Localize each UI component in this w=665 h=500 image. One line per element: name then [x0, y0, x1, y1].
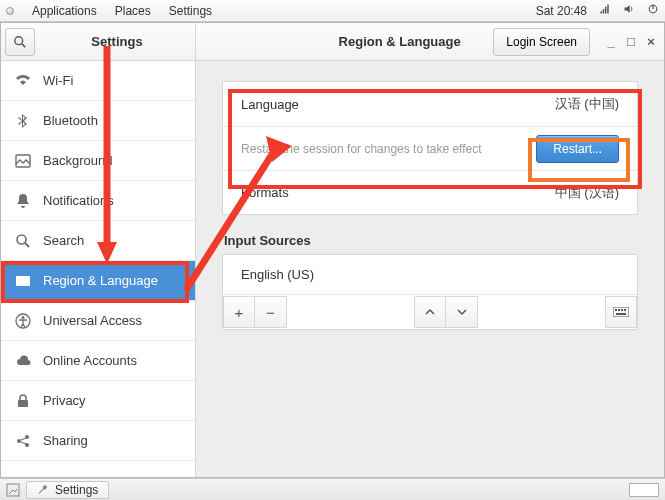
restart-hint: Restart the session for changes to take …	[241, 142, 482, 156]
sidebar-item-label: Wi-Fi	[43, 73, 73, 88]
language-label: Language	[241, 97, 299, 112]
chevron-down-icon	[457, 307, 467, 317]
window-close-button[interactable]: ×	[646, 34, 656, 49]
os-bottom-panel: Settings	[0, 478, 665, 500]
background-icon	[15, 153, 31, 169]
remove-input-source-button[interactable]: −	[255, 296, 287, 328]
formats-value: 中国 (汉语)	[555, 184, 619, 202]
window-minimize-button[interactable]: _	[606, 34, 616, 49]
input-sources-toolbar: + −	[223, 295, 637, 329]
search-icon	[13, 35, 27, 49]
power-icon[interactable]	[647, 3, 659, 18]
svg-rect-23	[624, 309, 626, 311]
flag-icon	[15, 273, 31, 289]
panel-menu-applications[interactable]: Applications	[32, 4, 97, 18]
panel-menu-places[interactable]: Places	[115, 4, 151, 18]
svg-point-14	[22, 316, 25, 319]
sidebar-item-label: Notifications	[43, 193, 114, 208]
sidebar-list: Wi-Fi Bluetooth Background Notifications…	[1, 61, 195, 477]
svg-rect-5	[652, 5, 653, 10]
sidebar-item-label: Region & Language	[43, 273, 158, 288]
restart-hint-row: Restart the session for changes to take …	[223, 126, 637, 170]
add-input-source-button[interactable]: +	[223, 296, 255, 328]
wifi-icon	[15, 73, 31, 89]
panel-menu-settings[interactable]: Settings	[169, 4, 212, 18]
chevron-up-icon	[425, 307, 435, 317]
input-source-label: English (US)	[241, 267, 314, 282]
login-screen-button[interactable]: Login Screen	[493, 28, 590, 56]
keyboard-layout-button[interactable]	[605, 296, 637, 328]
input-sources-title: Input Sources	[224, 233, 638, 248]
search-button[interactable]	[5, 28, 35, 56]
sidebar-item-privacy[interactable]: Privacy	[1, 381, 195, 421]
input-source-row[interactable]: English (US)	[223, 255, 637, 295]
restart-button[interactable]: Restart...	[536, 135, 619, 163]
task-entry-settings[interactable]: Settings	[26, 481, 109, 499]
volume-icon[interactable]	[623, 3, 635, 18]
sidebar-item-label: Universal Access	[43, 313, 142, 328]
svg-rect-22	[621, 309, 623, 311]
sidebar-item-online-accounts[interactable]: Online Accounts	[1, 341, 195, 381]
bell-icon	[15, 193, 31, 209]
page-title: Region & Language	[314, 34, 485, 49]
svg-rect-15	[18, 400, 28, 407]
cloud-icon	[15, 353, 31, 369]
wrench-icon	[37, 484, 49, 496]
move-up-button[interactable]	[414, 296, 446, 328]
content-body: Language 汉语 (中国) Restart the session for…	[196, 61, 664, 477]
search-icon	[15, 233, 31, 249]
sidebar-item-wifi[interactable]: Wi-Fi	[1, 61, 195, 101]
svg-point-16	[17, 439, 21, 443]
content-area: Region & Language Login Screen _ □ × Lan…	[196, 23, 664, 477]
svg-point-9	[17, 235, 26, 244]
svg-rect-21	[618, 309, 620, 311]
svg-rect-3	[607, 5, 609, 14]
bluetooth-icon	[15, 113, 31, 129]
svg-line-10	[25, 243, 29, 247]
sidebar-item-region-language[interactable]: Region & Language	[1, 261, 195, 301]
svg-rect-24	[616, 313, 626, 315]
sidebar-title: Settings	[39, 34, 195, 49]
sidebar-item-universal-access[interactable]: Universal Access	[1, 301, 195, 341]
sidebar: Settings Wi-Fi Bluetooth Background Noti…	[1, 23, 196, 477]
sidebar-item-label: Sharing	[43, 433, 88, 448]
settings-window: Settings Wi-Fi Bluetooth Background Noti…	[0, 22, 665, 478]
activities-icon	[6, 7, 14, 15]
sidebar-item-sharing[interactable]: Sharing	[1, 421, 195, 461]
input-sources-block: English (US) + −	[222, 254, 638, 330]
sidebar-item-label: Background	[43, 153, 112, 168]
panel-clock: Sat 20:48	[536, 4, 587, 18]
lock-icon	[15, 393, 31, 409]
share-icon	[15, 433, 31, 449]
formats-label: Formats	[241, 185, 289, 200]
sidebar-item-notifications[interactable]: Notifications	[1, 181, 195, 221]
svg-rect-2	[605, 7, 607, 14]
svg-point-6	[15, 36, 23, 44]
sidebar-item-label: Online Accounts	[43, 353, 137, 368]
language-formats-block: Language 汉语 (中国) Restart the session for…	[222, 81, 638, 215]
sidebar-item-label: Search	[43, 233, 84, 248]
sidebar-header: Settings	[1, 23, 195, 61]
show-desktop-icon[interactable]	[6, 483, 20, 497]
content-header: Region & Language Login Screen _ □ ×	[196, 23, 664, 61]
svg-rect-12	[16, 280, 30, 282]
sidebar-item-search[interactable]: Search	[1, 221, 195, 261]
move-down-button[interactable]	[446, 296, 478, 328]
sidebar-item-bluetooth[interactable]: Bluetooth	[1, 101, 195, 141]
svg-rect-19	[613, 307, 629, 317]
svg-rect-20	[615, 309, 617, 311]
sidebar-item-label: Privacy	[43, 393, 86, 408]
network-icon[interactable]	[599, 3, 611, 18]
workspace-thumb[interactable]	[629, 483, 659, 497]
sidebar-item-background[interactable]: Background	[1, 141, 195, 181]
window-maximize-button[interactable]: □	[626, 34, 636, 49]
svg-line-7	[22, 43, 26, 47]
sidebar-item-label: Bluetooth	[43, 113, 98, 128]
language-value: 汉语 (中国)	[555, 95, 619, 113]
svg-rect-1	[603, 9, 605, 14]
svg-rect-0	[601, 11, 603, 13]
keyboard-icon	[613, 307, 629, 317]
formats-row[interactable]: Formats 中国 (汉语)	[223, 170, 637, 214]
task-entry-label: Settings	[55, 483, 98, 497]
language-row[interactable]: Language 汉语 (中国)	[223, 82, 637, 126]
